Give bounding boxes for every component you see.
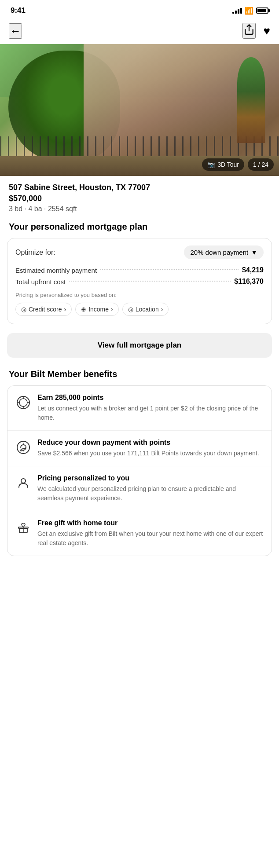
- upfront-label: Total upfront cost: [15, 278, 66, 286]
- share-button[interactable]: [242, 23, 256, 39]
- optimize-value: 20% down payment: [190, 249, 248, 256]
- camera-icon: 📷: [207, 161, 215, 168]
- status-time: 9:41: [11, 6, 26, 15]
- benefit-item-reduce-payment: Reduce your down payment with points Sav…: [7, 431, 272, 466]
- property-details: 507 Sabine Street, Houston, TX 77007 $57…: [0, 176, 279, 213]
- image-badges: 📷 3D Tour 1 / 24: [202, 158, 274, 171]
- benefit-item-personalized: Pricing personalized to you We calculate…: [7, 466, 272, 511]
- income-icon: ⊕: [81, 306, 86, 313]
- favorite-button[interactable]: ♥: [264, 24, 270, 38]
- svg-point-2: [19, 399, 27, 407]
- credit-score-arrow: ›: [64, 306, 66, 313]
- mortgage-card: Optimize for: 20% down payment ▼ Estimat…: [7, 238, 272, 324]
- location-label: Location: [136, 306, 159, 313]
- view-mortgage-label: View full mortgage plan: [98, 341, 182, 349]
- free-gift-icon: [15, 520, 31, 536]
- header-actions: ♥: [242, 23, 270, 39]
- personalized-content: Pricing personalized to you We calculate…: [37, 474, 264, 503]
- svg-point-10: [21, 479, 26, 483]
- monthly-payment-row: Estimated monthly payment $4,219: [15, 266, 264, 274]
- credit-score-tag[interactable]: ◎ Credit score ›: [15, 303, 72, 316]
- free-gift-content: Free gift with home tour Get an exclusiv…: [37, 519, 264, 548]
- benefit-item-earn-points: Earn 285,000 points Let us connect you w…: [7, 386, 272, 431]
- earn-points-desc: Let us connect you with a broker and get…: [37, 404, 264, 422]
- credit-score-icon: ◎: [21, 306, 26, 313]
- property-address: 507 Sabine Street, Houston, TX 77007: [9, 183, 270, 192]
- view-mortgage-button[interactable]: View full mortgage plan: [7, 333, 272, 358]
- property-price: $570,000: [9, 194, 270, 203]
- personalized-title: Pricing personalized to you: [37, 474, 264, 482]
- credit-score-label: Credit score: [29, 306, 62, 313]
- optimize-label: Optimize for:: [15, 249, 55, 256]
- status-bar: 9:41 📶: [0, 0, 279, 19]
- property-image: 📷 3D Tour 1 / 24: [0, 44, 279, 176]
- income-tag[interactable]: ⊕ Income ›: [75, 303, 119, 316]
- upfront-value: $116,370: [234, 278, 264, 286]
- reduce-payment-content: Reduce your down payment with points Sav…: [37, 439, 259, 458]
- reduce-payment-title: Reduce your down payment with points: [37, 439, 259, 447]
- mortgage-section-title: Your personalized mortgage plan: [0, 222, 279, 232]
- free-gift-title: Free gift with home tour: [37, 519, 264, 527]
- earn-points-title: Earn 285,000 points: [37, 394, 264, 402]
- monthly-dots: [100, 269, 239, 270]
- earn-points-content: Earn 285,000 points Let us connect you w…: [37, 394, 264, 422]
- personalization-tags: ◎ Credit score › ⊕ Income › ◎ Location ›: [15, 303, 264, 317]
- upfront-dots: [69, 281, 231, 282]
- monthly-value: $4,219: [242, 266, 264, 274]
- wifi-icon: 📶: [245, 7, 253, 15]
- signal-icon: [232, 7, 242, 14]
- earn-points-icon: [15, 395, 31, 410]
- battery-icon: [256, 7, 268, 14]
- property-specs: 3 bd · 4 ba · 2554 sqft: [9, 205, 270, 213]
- reduce-payment-desc: Save $2,566 when you use your 171,111 Bi…: [37, 449, 259, 458]
- bilt-section-title: Your Bilt Member benefits: [0, 366, 279, 385]
- pricing-note: Pricing is personalized to you based on:: [15, 292, 264, 298]
- personalized-desc: We calculated your personalized pricing …: [37, 484, 264, 503]
- optimize-row: Optimize for: 20% down payment ▼: [15, 245, 264, 259]
- benefits-card: Earn 285,000 points Let us connect you w…: [7, 385, 272, 556]
- benefit-item-free-gift: Free gift with home tour Get an exclusiv…: [7, 511, 272, 556]
- svg-point-7: [17, 441, 29, 454]
- income-arrow: ›: [111, 306, 113, 313]
- personalized-icon: [15, 475, 31, 491]
- income-label: Income: [88, 306, 109, 313]
- back-button[interactable]: ←: [9, 23, 22, 39]
- location-tag[interactable]: ◎ Location ›: [122, 303, 169, 316]
- photo-count-badge: 1 / 24: [248, 158, 274, 171]
- reduce-payment-icon: [15, 439, 31, 455]
- 3d-tour-badge[interactable]: 📷 3D Tour: [202, 158, 244, 171]
- status-icons: 📶: [232, 7, 268, 15]
- header-nav: ← ♥: [0, 19, 279, 44]
- free-gift-desc: Get an exclusive gift from Bilt when you…: [37, 529, 264, 548]
- chevron-down-icon: ▼: [251, 249, 257, 256]
- optimize-dropdown[interactable]: 20% down payment ▼: [184, 245, 264, 259]
- location-icon: ◎: [128, 306, 133, 313]
- location-arrow: ›: [161, 306, 163, 313]
- upfront-cost-row: Total upfront cost $116,370: [15, 278, 264, 286]
- monthly-label: Estimated monthly payment: [15, 267, 97, 274]
